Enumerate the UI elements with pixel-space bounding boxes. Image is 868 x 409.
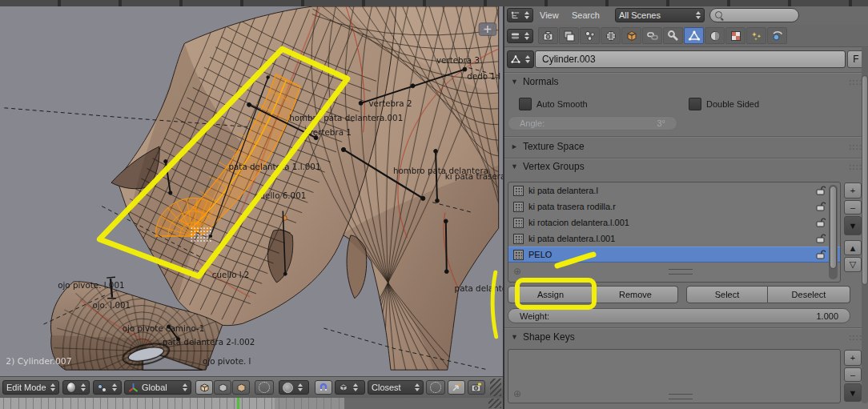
vertex-group-row[interactable]: ki pata delantera.l.001 [508, 231, 840, 247]
panel-header-shape-keys[interactable]: ▼ Shape Keys [511, 331, 575, 343]
shapekey-specials-menu-button[interactable]: ▼ [844, 383, 862, 402]
current-frame-marker[interactable] [237, 398, 239, 409]
updown-arrows-icon [696, 11, 701, 19]
bone-label: dedo 1.l [467, 71, 500, 81]
panel-drag-dots[interactable] [849, 162, 862, 171]
limit-selection-button[interactable] [255, 380, 274, 395]
transform-orientation-dropdown[interactable]: Global [124, 380, 191, 395]
panel-drag-dots[interactable] [849, 78, 862, 86]
tab-modifiers[interactable] [663, 27, 683, 44]
material-icon [709, 30, 721, 42]
unlocked-lock-icon[interactable] [816, 249, 826, 259]
snap-align-button[interactable] [448, 380, 465, 395]
menu-view[interactable]: View [540, 10, 559, 20]
panel-drag-dots[interactable] [849, 142, 862, 151]
vertex-group-icon [513, 218, 524, 228]
search-input[interactable] [726, 10, 794, 21]
bone-label: pata delantera 2-l.002 [163, 337, 255, 347]
shapekey-add-button[interactable]: + [844, 350, 862, 366]
panel-scrollbar[interactable] [862, 46, 868, 403]
tab-scene[interactable] [580, 27, 600, 44]
vertex-group-row[interactable]: ki pata delantera.l [508, 182, 840, 198]
manipulator-translate-button[interactable] [195, 380, 213, 395]
datablock-name-field[interactable]: Cylinder.003 [535, 50, 846, 68]
menu-search[interactable]: Search [572, 10, 600, 20]
manipulator-rotate-button[interactable] [214, 380, 231, 395]
double-sided-checkbox[interactable] [689, 98, 701, 110]
vertex-group-row[interactable]: ki pata trasera rodilla.r [508, 198, 840, 215]
viewport-shading-dropdown[interactable] [62, 380, 90, 395]
opengl-render-button[interactable] [468, 380, 485, 395]
list-resize-handle[interactable] [669, 269, 693, 275]
list-scrollbar-thumb[interactable] [830, 186, 837, 269]
updown-arrows-icon [524, 32, 529, 40]
select-mode-dropdown[interactable] [93, 380, 122, 395]
particles-icon [750, 30, 763, 42]
tab-texture[interactable] [725, 27, 745, 44]
editor-type-button[interactable] [507, 29, 533, 43]
weight-slider[interactable]: Weight: 1.000 [508, 308, 850, 323]
add-from-list-icon[interactable]: ⊕ [513, 388, 521, 399]
unlocked-lock-icon[interactable] [816, 185, 826, 195]
mesh-datablock-browse-button[interactable] [507, 50, 534, 68]
tab-object-data[interactable] [684, 27, 704, 44]
vgroup-remove-button[interactable]: – [844, 200, 862, 215]
panel-header-vertex-groups[interactable]: ▼ Vertex Groups [511, 161, 585, 172]
angle-slider[interactable]: Angle: 3° [508, 116, 677, 130]
properties-editor-icon [511, 32, 520, 40]
assign-button[interactable]: Assign [508, 286, 593, 303]
panel-drag-dots[interactable] [849, 333, 862, 342]
timeline-strip[interactable] [0, 398, 503, 409]
panel-scrollbar-thumb[interactable] [862, 75, 868, 285]
shape-keys-list[interactable]: ⊕ [508, 349, 841, 403]
tab-material[interactable] [705, 27, 725, 44]
corner-resize-grip[interactable] [490, 379, 501, 396]
region-plus-button[interactable] [479, 23, 496, 36]
vertex-group-row[interactable]: PELO [508, 247, 840, 263]
unlocked-lock-icon[interactable] [816, 217, 826, 227]
vgroup-move-up-button[interactable]: ▲ [844, 240, 862, 255]
corner-resize-grip[interactable] [488, 399, 501, 408]
list-resize-handle[interactable] [669, 394, 693, 399]
vertex-group-rows: ki pata delantera.lki pata trasera rodil… [508, 182, 840, 263]
weight-value: 1.000 [816, 311, 838, 321]
deselect-button[interactable]: Deselect [768, 286, 850, 303]
tab-render-layers[interactable] [559, 27, 579, 44]
tab-physics[interactable] [767, 27, 787, 44]
vgroup-specials-menu-button[interactable]: ▼ [844, 216, 862, 235]
unlocked-lock-icon[interactable] [816, 201, 826, 211]
snap-element-dropdown[interactable] [335, 380, 365, 395]
search-box[interactable] [709, 8, 799, 22]
tab-particles[interactable] [746, 27, 766, 44]
manipulator-scale-button[interactable] [232, 380, 250, 395]
add-from-list-icon[interactable]: ⊕ [513, 266, 521, 277]
auto-smooth-checkbox[interactable] [519, 98, 532, 110]
tab-render[interactable] [538, 27, 558, 44]
unlocked-lock-icon[interactable] [816, 233, 826, 243]
vgroup-add-button[interactable]: + [844, 182, 862, 198]
panel-header-normals[interactable]: ▼ Normals [511, 76, 559, 87]
tab-constraints[interactable] [642, 27, 662, 44]
updown-arrows-icon [81, 383, 86, 391]
tab-world[interactable] [601, 27, 621, 44]
mode-dropdown[interactable]: Edit Mode [2, 380, 59, 395]
viewport-canvas[interactable]: vertebra 3dedo 1.lvertebra 2hombro pata … [0, 6, 503, 376]
snap-target-dropdown[interactable]: Closest [368, 380, 424, 395]
vgroup-move-down-button[interactable]: ▽ [844, 257, 862, 272]
vertex-group-row[interactable]: ki rotacion delantera.l.001 [508, 215, 840, 231]
vertex-groups-list[interactable]: ki pata delantera.lki pata trasera rodil… [508, 182, 841, 283]
select-button[interactable]: Select [686, 286, 768, 303]
list-scrollbar[interactable] [829, 185, 838, 279]
panel-header-texture-space[interactable]: ► Texture Space [511, 141, 585, 152]
vertex-group-icon [513, 234, 524, 244]
scene-dropdown[interactable]: All Scenes [615, 8, 705, 22]
tab-object[interactable] [621, 27, 641, 44]
snap-toggle-button[interactable] [315, 380, 332, 395]
editor-type-button[interactable] [507, 8, 533, 22]
3d-viewport[interactable]: vertebra 3dedo 1.lvertebra 2hombro pata … [0, 6, 503, 376]
snap-peel-button[interactable] [426, 380, 445, 395]
bone-label: ojo pivote camino-1 [123, 323, 204, 333]
remove-button[interactable]: Remove [593, 286, 678, 303]
shapekey-remove-button[interactable]: – [844, 367, 862, 382]
proportional-edit-dropdown[interactable] [279, 380, 309, 395]
